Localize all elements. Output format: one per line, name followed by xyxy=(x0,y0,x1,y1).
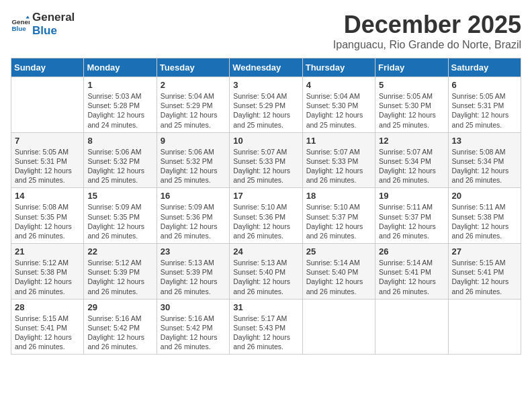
day-number: 29 xyxy=(87,302,152,312)
day-info: Sunrise: 5:13 AM Sunset: 5:39 PM Dayligh… xyxy=(161,258,226,296)
day-number: 28 xyxy=(15,302,80,312)
day-number: 26 xyxy=(379,246,444,257)
calendar-cell: 21Sunrise: 5:12 AM Sunset: 5:38 PM Dayli… xyxy=(11,244,84,300)
day-info: Sunrise: 5:08 AM Sunset: 5:34 PM Dayligh… xyxy=(452,147,517,185)
day-info: Sunrise: 5:03 AM Sunset: 5:28 PM Dayligh… xyxy=(87,91,152,130)
header-day: Thursday xyxy=(302,58,375,77)
header-day: Tuesday xyxy=(157,58,229,77)
day-number: 7 xyxy=(15,136,80,146)
svg-marker-2 xyxy=(26,16,30,19)
day-number: 8 xyxy=(87,136,152,146)
day-info: Sunrise: 5:04 AM Sunset: 5:30 PM Dayligh… xyxy=(306,91,371,130)
calendar-cell: 28Sunrise: 5:15 AM Sunset: 5:41 PM Dayli… xyxy=(11,299,84,355)
day-info: Sunrise: 5:16 AM Sunset: 5:42 PM Dayligh… xyxy=(161,314,226,352)
day-info: Sunrise: 5:04 AM Sunset: 5:29 PM Dayligh… xyxy=(161,91,226,130)
calendar-cell: 23Sunrise: 5:13 AM Sunset: 5:39 PM Dayli… xyxy=(157,244,229,300)
calendar-cell: 24Sunrise: 5:13 AM Sunset: 5:40 PM Dayli… xyxy=(230,244,302,300)
calendar-cell: 19Sunrise: 5:11 AM Sunset: 5:37 PM Dayli… xyxy=(375,188,448,244)
calendar-cell: 27Sunrise: 5:15 AM Sunset: 5:41 PM Dayli… xyxy=(448,244,521,300)
calendar-cell: 30Sunrise: 5:16 AM Sunset: 5:42 PM Dayli… xyxy=(157,299,229,355)
calendar-cell: 17Sunrise: 5:10 AM Sunset: 5:36 PM Dayli… xyxy=(230,188,302,244)
header-day: Saturday xyxy=(448,58,521,77)
day-info: Sunrise: 5:11 AM Sunset: 5:38 PM Dayligh… xyxy=(452,202,517,240)
day-number: 4 xyxy=(306,80,371,90)
calendar-cell: 20Sunrise: 5:11 AM Sunset: 5:38 PM Dayli… xyxy=(448,188,521,244)
day-info: Sunrise: 5:14 AM Sunset: 5:40 PM Dayligh… xyxy=(306,258,371,296)
day-number: 1 xyxy=(87,80,152,90)
calendar-cell: 26Sunrise: 5:14 AM Sunset: 5:41 PM Dayli… xyxy=(375,244,448,300)
day-info: Sunrise: 5:09 AM Sunset: 5:36 PM Dayligh… xyxy=(161,202,226,240)
day-number: 14 xyxy=(15,191,80,201)
calendar-cell xyxy=(11,77,84,133)
day-info: Sunrise: 5:05 AM Sunset: 5:31 PM Dayligh… xyxy=(15,147,80,185)
calendar-week: 28Sunrise: 5:15 AM Sunset: 5:41 PM Dayli… xyxy=(11,299,521,355)
day-number: 3 xyxy=(233,80,298,90)
calendar-cell: 8Sunrise: 5:06 AM Sunset: 5:32 PM Daylig… xyxy=(84,132,157,188)
day-number: 24 xyxy=(233,246,298,257)
day-info: Sunrise: 5:07 AM Sunset: 5:34 PM Dayligh… xyxy=(379,147,444,185)
day-info: Sunrise: 5:07 AM Sunset: 5:33 PM Dayligh… xyxy=(233,147,298,185)
calendar-cell xyxy=(302,299,375,355)
title-area: December 2025 Ipanguacu, Rio Grande do N… xyxy=(333,11,521,51)
header-row: SundayMondayTuesdayWednesdayThursdayFrid… xyxy=(11,58,521,77)
day-number: 11 xyxy=(306,136,371,146)
calendar-week: 14Sunrise: 5:08 AM Sunset: 5:35 PM Dayli… xyxy=(11,188,521,244)
calendar-cell xyxy=(375,299,448,355)
calendar-cell: 14Sunrise: 5:08 AM Sunset: 5:35 PM Dayli… xyxy=(11,188,84,244)
header-day: Friday xyxy=(375,58,448,77)
day-info: Sunrise: 5:10 AM Sunset: 5:37 PM Dayligh… xyxy=(306,202,371,240)
day-number: 17 xyxy=(233,191,298,201)
day-number: 20 xyxy=(452,191,517,201)
day-number: 15 xyxy=(87,191,152,201)
logo: General Blue General Blue xyxy=(11,11,75,38)
day-info: Sunrise: 5:09 AM Sunset: 5:35 PM Dayligh… xyxy=(87,202,152,240)
calendar-table: SundayMondayTuesdayWednesdayThursdayFrid… xyxy=(11,58,521,355)
day-number: 10 xyxy=(233,136,298,146)
day-number: 18 xyxy=(306,191,371,201)
calendar-cell xyxy=(448,299,521,355)
day-info: Sunrise: 5:06 AM Sunset: 5:32 PM Dayligh… xyxy=(87,147,152,185)
day-info: Sunrise: 5:13 AM Sunset: 5:40 PM Dayligh… xyxy=(233,258,298,296)
location-title: Ipanguacu, Rio Grande do Norte, Brazil xyxy=(333,39,521,51)
day-info: Sunrise: 5:07 AM Sunset: 5:33 PM Dayligh… xyxy=(306,147,371,185)
calendar-cell: 11Sunrise: 5:07 AM Sunset: 5:33 PM Dayli… xyxy=(302,132,375,188)
calendar-cell: 9Sunrise: 5:06 AM Sunset: 5:32 PM Daylig… xyxy=(157,132,229,188)
day-number: 12 xyxy=(379,136,444,146)
day-number: 16 xyxy=(161,191,226,201)
day-number: 19 xyxy=(379,191,444,201)
day-info: Sunrise: 5:14 AM Sunset: 5:41 PM Dayligh… xyxy=(379,258,444,296)
calendar-cell: 1Sunrise: 5:03 AM Sunset: 5:28 PM Daylig… xyxy=(84,77,157,133)
day-info: Sunrise: 5:05 AM Sunset: 5:30 PM Dayligh… xyxy=(379,91,444,130)
calendar-cell: 7Sunrise: 5:05 AM Sunset: 5:31 PM Daylig… xyxy=(11,132,84,188)
calendar-week: 7Sunrise: 5:05 AM Sunset: 5:31 PM Daylig… xyxy=(11,132,521,188)
calendar-cell: 29Sunrise: 5:16 AM Sunset: 5:42 PM Dayli… xyxy=(84,299,157,355)
calendar-week: 21Sunrise: 5:12 AM Sunset: 5:38 PM Dayli… xyxy=(11,244,521,300)
day-info: Sunrise: 5:05 AM Sunset: 5:31 PM Dayligh… xyxy=(452,91,517,130)
calendar-cell: 25Sunrise: 5:14 AM Sunset: 5:40 PM Dayli… xyxy=(302,244,375,300)
day-info: Sunrise: 5:11 AM Sunset: 5:37 PM Dayligh… xyxy=(379,202,444,240)
day-number: 27 xyxy=(452,246,517,257)
day-number: 22 xyxy=(87,246,152,257)
day-number: 9 xyxy=(161,136,226,146)
day-number: 6 xyxy=(452,80,517,90)
calendar-week: 1Sunrise: 5:03 AM Sunset: 5:28 PM Daylig… xyxy=(11,77,521,133)
calendar-cell: 6Sunrise: 5:05 AM Sunset: 5:31 PM Daylig… xyxy=(448,77,521,133)
day-number: 30 xyxy=(161,302,226,312)
calendar-cell: 31Sunrise: 5:17 AM Sunset: 5:43 PM Dayli… xyxy=(230,299,302,355)
day-info: Sunrise: 5:16 AM Sunset: 5:42 PM Dayligh… xyxy=(87,314,152,352)
svg-text:Blue: Blue xyxy=(11,25,26,32)
day-info: Sunrise: 5:10 AM Sunset: 5:36 PM Dayligh… xyxy=(233,202,298,240)
calendar-cell: 5Sunrise: 5:05 AM Sunset: 5:30 PM Daylig… xyxy=(375,77,448,133)
logo-icon: General Blue xyxy=(11,15,30,34)
day-info: Sunrise: 5:12 AM Sunset: 5:39 PM Dayligh… xyxy=(87,258,152,296)
month-title: December 2025 xyxy=(333,11,521,39)
day-number: 5 xyxy=(379,80,444,90)
day-info: Sunrise: 5:04 AM Sunset: 5:29 PM Dayligh… xyxy=(233,91,298,130)
day-info: Sunrise: 5:06 AM Sunset: 5:32 PM Dayligh… xyxy=(161,147,226,185)
calendar-cell: 2Sunrise: 5:04 AM Sunset: 5:29 PM Daylig… xyxy=(157,77,229,133)
day-info: Sunrise: 5:12 AM Sunset: 5:38 PM Dayligh… xyxy=(15,258,80,296)
calendar-cell: 13Sunrise: 5:08 AM Sunset: 5:34 PM Dayli… xyxy=(448,132,521,188)
day-number: 23 xyxy=(161,246,226,257)
day-number: 21 xyxy=(15,246,80,257)
calendar-cell: 22Sunrise: 5:12 AM Sunset: 5:39 PM Dayli… xyxy=(84,244,157,300)
